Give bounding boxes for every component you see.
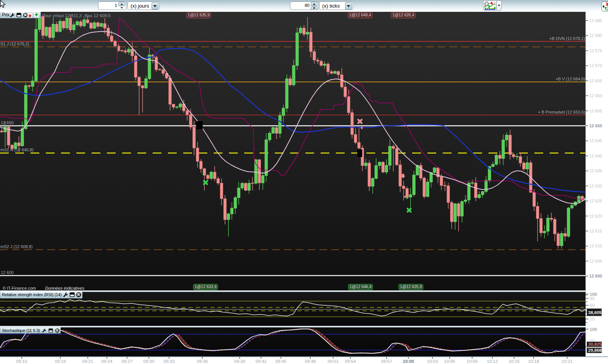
- svg-text:12 620: 12 620: [589, 214, 602, 218]
- svg-text:09:18: 09:18: [55, 359, 66, 364]
- svg-text:100: 100: [590, 292, 597, 297]
- svg-text:09:15: 09:15: [16, 359, 27, 364]
- svg-text:S1 J (12 676,2): S1 J (12 676,2): [0, 42, 29, 46]
- svg-text:12 680: 12 680: [589, 33, 602, 38]
- svg-text:10:21: 10:21: [562, 359, 573, 364]
- svg-text:10:03: 10:03: [427, 359, 438, 364]
- svg-text:12 650: 12 650: [589, 123, 602, 128]
- svg-text:09:24: 09:24: [102, 359, 113, 364]
- svg-text:12 655: 12 655: [589, 109, 602, 113]
- svg-text:09:30: 09:30: [144, 359, 155, 364]
- svg-text:mS1 H (12 640,8): mS1 H (12 640,8): [0, 148, 34, 152]
- svg-text:mS2 J (12 608,8): mS2 J (12 608,8): [0, 244, 32, 249]
- svg-text:12 600: 12 600: [1, 270, 14, 275]
- svg-text:12 640: 12 640: [589, 154, 602, 158]
- svg-text:© IT-Finance.com: © IT-Finance.com: [3, 286, 36, 290]
- svg-text:09:39: 09:39: [234, 359, 245, 364]
- svg-text:10:09: 10:09: [467, 359, 478, 364]
- svg-text:12 615: 12 615: [589, 229, 602, 233]
- svg-text:09:42: 09:42: [256, 359, 267, 364]
- svg-text:09:57: 09:57: [381, 359, 392, 364]
- svg-text:12 675: 12 675: [589, 48, 602, 53]
- svg-text:10:18: 10:18: [528, 359, 539, 364]
- svg-text:12 600: 12 600: [589, 274, 602, 278]
- svg-text:09:36: 09:36: [197, 359, 208, 364]
- svg-text:09:48: 09:48: [305, 359, 316, 364]
- svg-text:10:00: 10:00: [403, 359, 414, 364]
- svg-text:+B OVN (12 678,1): +B OVN (12 678,1): [549, 36, 585, 41]
- svg-text:12 670: 12 670: [589, 63, 602, 68]
- svg-text:12 645: 12 645: [589, 138, 602, 143]
- svg-text:09:27: 09:27: [122, 359, 133, 364]
- svg-text:60: 60: [590, 303, 595, 308]
- svg-text:12 650: 12 650: [1, 120, 14, 125]
- svg-text:Jour ↑Haut 12 811,3 ↓Bas 12 60: Jour ↑Haut 12 811,3 ↓Bas 12 609,5: [43, 13, 111, 18]
- svg-text:100: 100: [590, 327, 597, 332]
- svg-text:80: 80: [590, 296, 595, 301]
- svg-text:30,825: 30,825: [588, 342, 602, 346]
- svg-text:09:33: 09:33: [164, 359, 175, 364]
- svg-text:Données indicatives: Données indicatives: [45, 286, 84, 290]
- svg-text:09:21: 09:21: [82, 359, 94, 364]
- svg-text:38,605: 38,605: [588, 310, 602, 315]
- svg-text:20: 20: [590, 317, 595, 321]
- svg-text:12 630: 12 630: [589, 184, 602, 188]
- svg-text:12 665: 12 665: [589, 79, 602, 83]
- svg-text:12 635: 12 635: [589, 168, 602, 173]
- svg-text:10:06: 10:06: [444, 359, 455, 364]
- svg-text:12 660: 12 660: [589, 93, 602, 98]
- svg-text:+ B Premarket (12 653,6): + B Premarket (12 653,6): [538, 110, 585, 114]
- svg-text:12 685: 12 685: [589, 18, 602, 23]
- svg-text:+B V (12 664,6): +B V (12 664,6): [556, 77, 585, 81]
- svg-text:09:54: 09:54: [345, 359, 356, 364]
- svg-text:12 610: 12 610: [589, 244, 602, 248]
- svg-text:09:51: 09:51: [328, 359, 339, 364]
- svg-text:09:45: 09:45: [276, 359, 287, 364]
- svg-text:10:15: 10:15: [509, 359, 520, 364]
- svg-text:12 605: 12 605: [589, 259, 602, 263]
- svg-text:29,868: 29,868: [588, 348, 602, 353]
- svg-text:12 625: 12 625: [589, 199, 602, 203]
- svg-text:10:12: 10:12: [487, 359, 498, 364]
